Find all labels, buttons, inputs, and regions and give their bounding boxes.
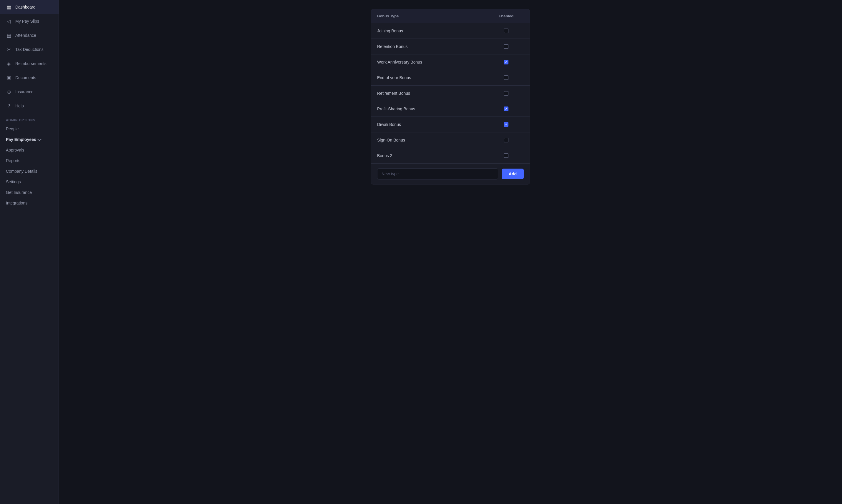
bonus-name-profit-sharing-bonus: Profit-Sharing Bonus: [377, 107, 488, 111]
checkbox-cell-diwali-bonus: [488, 122, 524, 127]
table-header: Bonus Type Enabled: [371, 9, 530, 23]
sidebar-admin: PeoplePay EmployeesApprovalsReportsCompa…: [0, 124, 58, 208]
sidebar-item-my-pay-slips[interactable]: ◁ My Pay Slips: [0, 14, 58, 28]
checkbox-cell-work-anniversary-bonus: [488, 60, 524, 65]
header-enabled: Enabled: [488, 14, 524, 18]
sidebar-item-label-reimbursements: Reimbursements: [15, 61, 47, 66]
sidebar-item-dashboard[interactable]: ▦ Dashboard: [0, 0, 58, 14]
checkbox-cell-end-of-year-bonus: [488, 75, 524, 80]
checkbox-retention-bonus[interactable]: [504, 44, 508, 49]
checkbox-joining-bonus[interactable]: [504, 29, 508, 33]
sidebar-item-label-my-pay-slips: My Pay Slips: [15, 19, 39, 23]
bonus-name-retention-bonus: Retention Bonus: [377, 44, 488, 49]
checkbox-bonus-2[interactable]: [504, 153, 508, 158]
table-row-bonus-2: Bonus 2: [371, 148, 530, 163]
sidebar-nav: ▦ Dashboard ◁ My Pay Slips ▤ Attendance …: [0, 0, 58, 113]
sidebar-item-help[interactable]: ? Help: [0, 99, 58, 113]
checkbox-end-of-year-bonus[interactable]: [504, 75, 508, 80]
new-type-input[interactable]: [377, 168, 498, 179]
checkbox-cell-joining-bonus: [488, 29, 524, 33]
table-row-diwali-bonus: Diwali Bonus: [371, 117, 530, 132]
table-row-retirement-bonus: Retirement Bonus: [371, 86, 530, 101]
bonus-table-container: Bonus Type Enabled Joining Bonus Retenti…: [371, 9, 530, 184]
sidebar-item-label-tax-deductions: Tax Deductions: [15, 47, 43, 52]
sidebar-item-tax-deductions[interactable]: ✂ Tax Deductions: [0, 42, 58, 56]
admin-section-label: ADMIN OPTIONS: [0, 113, 58, 124]
insurance-icon: ⊕: [6, 89, 12, 95]
sidebar-admin-label-pay-employees: Pay Employees: [6, 137, 36, 142]
sidebar-item-label-attendance: Attendance: [15, 33, 36, 38]
sidebar-admin-settings[interactable]: Settings: [0, 177, 58, 187]
table-row-profit-sharing-bonus: Profit-Sharing Bonus: [371, 101, 530, 117]
checkbox-profit-sharing-bonus[interactable]: [504, 107, 508, 111]
bonus-name-sign-on-bonus: Sign-On Bonus: [377, 138, 488, 142]
dashboard-icon: ▦: [6, 4, 12, 10]
main-content: Bonus Type Enabled Joining Bonus Retenti…: [59, 0, 842, 504]
checkbox-cell-bonus-2: [488, 153, 524, 158]
table-row-retention-bonus: Retention Bonus: [371, 39, 530, 54]
checkbox-cell-sign-on-bonus: [488, 138, 524, 142]
table-rows: Joining Bonus Retention Bonus Work Anniv…: [371, 23, 530, 163]
add-button[interactable]: Add: [502, 168, 524, 179]
documents-icon: ▣: [6, 75, 12, 80]
add-new-type-row: Add: [371, 163, 530, 184]
sidebar-item-documents[interactable]: ▣ Documents: [0, 71, 58, 85]
my-pay-slips-icon: ◁: [6, 18, 12, 24]
sidebar-item-label-insurance: Insurance: [15, 89, 33, 94]
bonus-name-diwali-bonus: Diwali Bonus: [377, 122, 488, 127]
sidebar-item-label-help: Help: [15, 104, 24, 108]
tax-deductions-icon: ✂: [6, 47, 12, 52]
checkbox-work-anniversary-bonus[interactable]: [504, 60, 508, 65]
table-row-sign-on-bonus: Sign-On Bonus: [371, 132, 530, 148]
bonus-name-bonus-2: Bonus 2: [377, 153, 488, 158]
bonus-name-end-of-year-bonus: End of year Bonus: [377, 75, 488, 80]
chevron-icon: [37, 137, 41, 141]
bonus-name-work-anniversary-bonus: Work Anniversary Bonus: [377, 60, 488, 65]
checkbox-cell-retirement-bonus: [488, 91, 524, 96]
sidebar-admin-company-details[interactable]: Company Details: [0, 166, 58, 177]
table-row-work-anniversary-bonus: Work Anniversary Bonus: [371, 54, 530, 70]
sidebar: ▦ Dashboard ◁ My Pay Slips ▤ Attendance …: [0, 0, 59, 504]
attendance-icon: ▤: [6, 32, 12, 38]
table-row-joining-bonus: Joining Bonus: [371, 23, 530, 39]
checkbox-cell-profit-sharing-bonus: [488, 107, 524, 111]
sidebar-item-label-dashboard: Dashboard: [15, 5, 36, 10]
checkbox-retirement-bonus[interactable]: [504, 91, 508, 96]
checkbox-diwali-bonus[interactable]: [504, 122, 508, 127]
sidebar-item-attendance[interactable]: ▤ Attendance: [0, 28, 58, 42]
header-bonus-type: Bonus Type: [377, 14, 488, 18]
table-row-end-of-year-bonus: End of year Bonus: [371, 70, 530, 86]
sidebar-item-insurance[interactable]: ⊕ Insurance: [0, 85, 58, 99]
sidebar-admin-approvals[interactable]: Approvals: [0, 145, 58, 155]
sidebar-admin-get-insurance[interactable]: Get Insurance: [0, 187, 58, 198]
help-icon: ?: [6, 103, 12, 109]
bonus-name-retirement-bonus: Retirement Bonus: [377, 91, 488, 96]
sidebar-admin-integrations[interactable]: Integrations: [0, 198, 58, 208]
sidebar-item-reimbursements[interactable]: ◈ Reimbursements: [0, 56, 58, 71]
checkbox-sign-on-bonus[interactable]: [504, 138, 508, 142]
sidebar-admin-people[interactable]: People: [0, 124, 58, 134]
bonus-name-joining-bonus: Joining Bonus: [377, 29, 488, 33]
sidebar-admin-pay-employees[interactable]: Pay Employees: [0, 134, 58, 145]
reimbursements-icon: ◈: [6, 60, 12, 67]
sidebar-admin-reports[interactable]: Reports: [0, 155, 58, 166]
checkbox-cell-retention-bonus: [488, 44, 524, 49]
sidebar-item-label-documents: Documents: [15, 75, 36, 80]
